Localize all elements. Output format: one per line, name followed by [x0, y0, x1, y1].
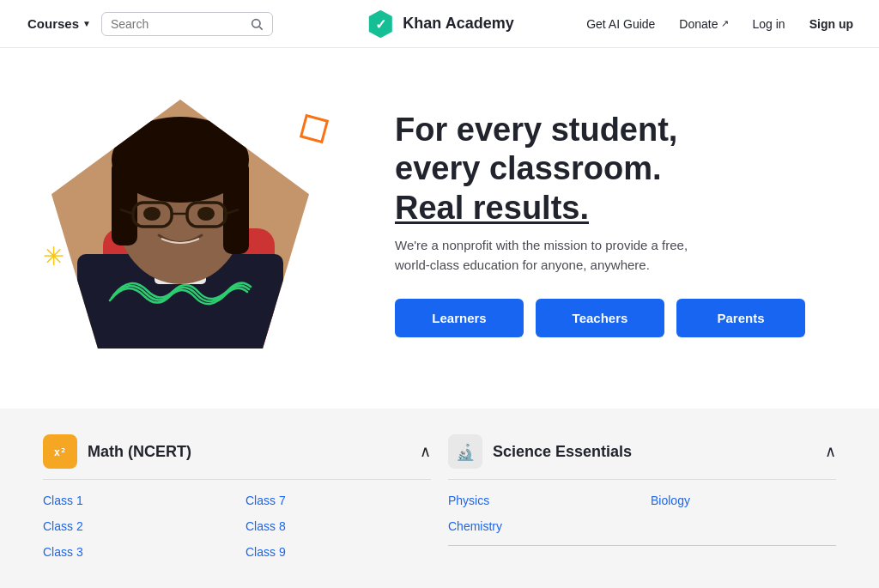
cta-buttons: Learners Teachers Parents: [395, 299, 827, 337]
math-ncert-title: Math (NCERT): [88, 443, 191, 461]
navbar: Courses ▼ ✓ Khan Academy Get AI Guide Do…: [0, 0, 879, 48]
science-essentials-title: Science Essentials: [493, 443, 632, 461]
svg-rect-10: [112, 160, 137, 246]
chemistry-link[interactable]: Chemistry: [448, 516, 633, 536]
hero-section: ✳ For every student, every classroom. Re…: [0, 48, 879, 409]
svg-text:x²: x²: [54, 446, 66, 458]
green-scribble-decoration: [103, 268, 258, 323]
math-ncert-header-left: x² Math (NCERT): [43, 434, 191, 469]
donate-link[interactable]: Donate ↗: [670, 12, 737, 36]
courses-label: Courses: [27, 16, 79, 31]
orange-square-decoration: [300, 114, 329, 143]
hero-heading-line2: every classroom.: [395, 150, 662, 186]
signup-button[interactable]: Sign up: [801, 12, 862, 36]
parents-button[interactable]: Parents: [676, 299, 805, 337]
svg-text:🔬: 🔬: [456, 443, 476, 462]
svg-text:✓: ✓: [375, 16, 386, 32]
logo-icon: ✓: [365, 9, 396, 39]
svg-line-1: [259, 27, 263, 30]
donate-label: Donate: [679, 17, 718, 31]
class-7-link[interactable]: Class 7: [246, 490, 431, 511]
search-icon: [250, 17, 264, 31]
math-ncert-header: x² Math (NCERT) ∧: [43, 434, 431, 480]
class-2-link[interactable]: Class 2: [43, 516, 228, 536]
science-essentials-links: Physics Biology Chemistry: [448, 490, 836, 549]
math-ncert-collapse-icon[interactable]: ∧: [420, 442, 431, 461]
class-8-link[interactable]: Class 8: [246, 516, 431, 536]
biology-link[interactable]: Biology: [651, 490, 836, 511]
svg-point-17: [143, 207, 161, 221]
courses-section: x² Math (NCERT) ∧ Class 1 Class 7 Class …: [0, 409, 879, 588]
science-essentials-header: 🔬 Science Essentials ∧: [448, 434, 836, 480]
courses-grid: x² Math (NCERT) ∧ Class 1 Class 7 Class …: [43, 434, 836, 562]
class-1-link[interactable]: Class 1: [43, 490, 228, 511]
class-9-link[interactable]: Class 9: [246, 542, 431, 562]
hero-heading-line3: Real results.: [395, 190, 589, 226]
math-ncert-links: Class 1 Class 7 Class 2 Class 8 Class 3 …: [43, 490, 431, 562]
class-3-link[interactable]: Class 3: [43, 542, 228, 562]
svg-rect-11: [223, 160, 249, 254]
hero-text: For every student, every classroom. Real…: [361, 111, 827, 338]
nav-right: Get AI Guide Donate ↗ Log in Sign up: [578, 12, 862, 36]
math-ncert-block: x² Math (NCERT) ∧ Class 1 Class 7 Class …: [43, 434, 431, 562]
brand-name: Khan Academy: [403, 15, 513, 33]
courses-button[interactable]: Courses ▼: [17, 9, 101, 38]
sparkle-decoration: ✳: [43, 241, 64, 271]
teachers-button[interactable]: Teachers: [536, 299, 664, 337]
science-essentials-block: 🔬 Science Essentials ∧ Physics Biology C…: [448, 434, 836, 562]
get-ai-guide-link[interactable]: Get AI Guide: [578, 12, 664, 36]
physics-link[interactable]: Physics: [448, 490, 633, 511]
courses-chevron-icon: ▼: [82, 19, 91, 28]
hero-image-container: ✳: [52, 100, 361, 349]
external-link-icon: ↗: [721, 18, 729, 29]
science-essentials-collapse-icon[interactable]: ∧: [825, 442, 836, 461]
nav-left: Courses ▼: [17, 9, 273, 38]
science-essentials-header-left: 🔬 Science Essentials: [448, 434, 632, 469]
learners-button[interactable]: Learners: [395, 299, 524, 337]
search-input[interactable]: [111, 17, 243, 31]
nav-center: ✓ Khan Academy: [365, 9, 513, 39]
hero-heading-line1: For every student,: [395, 112, 677, 148]
science-divider: [448, 545, 836, 546]
science-essentials-icon: 🔬: [448, 434, 482, 469]
math-ncert-icon: x²: [43, 434, 77, 469]
svg-point-0: [252, 19, 260, 27]
login-button[interactable]: Log in: [744, 12, 794, 36]
svg-point-18: [197, 207, 215, 221]
hero-heading: For every student, every classroom. Real…: [395, 111, 827, 228]
search-bar: [101, 12, 273, 36]
hero-subtext: We're a nonprofit with the mission to pr…: [395, 236, 721, 275]
